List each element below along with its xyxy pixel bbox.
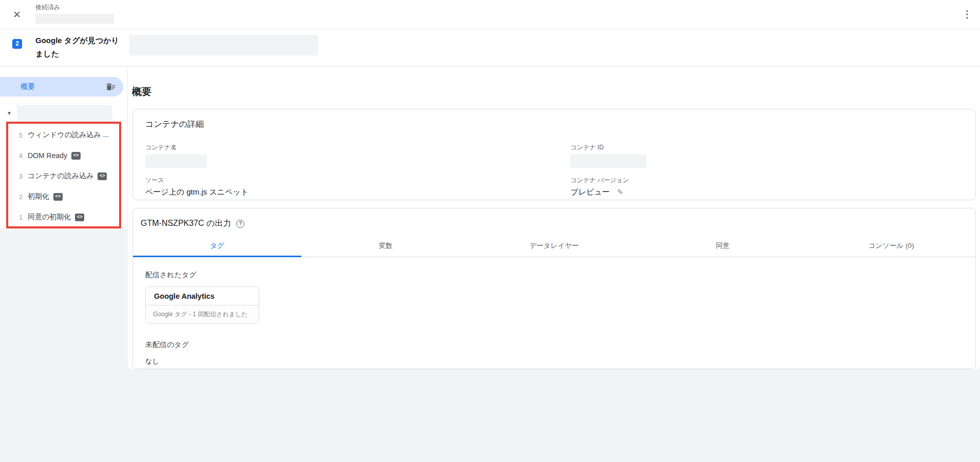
tab-variables[interactable]: 変数 bbox=[301, 236, 470, 257]
tag-fired-detail: Google タグ - 1 回配信されました bbox=[146, 305, 259, 323]
container-version-value: プレビュー bbox=[570, 187, 609, 196]
tag-assistant-window: ✕ 接続済み ⋮ 2 Google タグが見つかりました 概要 ▼ 5 bbox=[0, 0, 980, 462]
event-label: 同意の初期化 bbox=[28, 213, 71, 222]
event-number: 2 bbox=[14, 193, 23, 201]
step-badge: 2 bbox=[12, 39, 22, 49]
field-container-name: コンテナ名 bbox=[145, 143, 570, 168]
main-panel: 概要 コンテナの詳細 コンテナ名 コンテナ ID ソース ページ上の gtm.j… bbox=[128, 67, 980, 369]
event-number: 4 bbox=[14, 152, 23, 160]
output-header: GTM-NSZPK37C の出力 ? bbox=[133, 208, 975, 229]
field-label: コンテナ名 bbox=[145, 143, 570, 152]
code-icon: <> bbox=[53, 193, 63, 201]
top-bar: ✕ 接続済み ⋮ bbox=[0, 0, 980, 29]
notification-bar: 2 Google タグが見つかりました bbox=[0, 29, 980, 66]
field-label: ソース bbox=[145, 176, 570, 185]
event-label: ウィンドウの読み込み ... bbox=[28, 130, 109, 140]
event-row-window-loaded[interactable]: 5 ウィンドウの読み込み ... bbox=[8, 125, 119, 145]
not-fired-tags-value: なし bbox=[145, 357, 963, 366]
tab-console[interactable]: コンソール (0) bbox=[807, 236, 975, 257]
sidebar-item-summary[interactable]: 概要 bbox=[0, 77, 123, 97]
event-sidebar: 概要 ▼ 5 ウィンドウの読み込み ... 4 DOM Ready <> 3 bbox=[0, 67, 128, 228]
event-row-consent-initialization[interactable]: 1 同意の初期化 <> bbox=[8, 207, 119, 227]
not-fired-tags-heading: 未配信のタグ bbox=[145, 340, 963, 350]
help-icon[interactable]: ? bbox=[236, 220, 244, 228]
tab-data-layer[interactable]: データレイヤー bbox=[470, 236, 638, 257]
host-group-row: ▼ bbox=[0, 104, 128, 122]
summary-label: 概要 bbox=[21, 82, 35, 91]
event-number: 3 bbox=[14, 172, 23, 180]
field-container-version: コンテナ バージョン プレビュー ✎ bbox=[570, 176, 963, 197]
close-icon[interactable]: ✕ bbox=[10, 8, 24, 22]
container-output-card: GTM-NSZPK37C の出力 ? タグ 変数 データレイヤー 同意 コンソー… bbox=[132, 208, 976, 369]
code-icon: <> bbox=[98, 172, 107, 180]
tab-tags[interactable]: タグ bbox=[133, 236, 301, 257]
container-details-fields: コンテナ名 コンテナ ID ソース ページ上の gtm.js スニペット コンテ… bbox=[145, 143, 963, 197]
chevron-down-icon[interactable]: ▼ bbox=[7, 110, 12, 116]
delete-events-icon[interactable] bbox=[105, 81, 117, 93]
event-label: DOM Ready bbox=[28, 151, 67, 160]
highlight-box: 5 ウィンドウの読み込み ... 4 DOM Ready <> 3 コンテナの読… bbox=[6, 122, 121, 228]
output-tabs: タグ 変数 データレイヤー 同意 コンソール (0) bbox=[133, 236, 975, 257]
connection-status-label: 接続済み bbox=[35, 3, 114, 12]
field-container-id: コンテナ ID bbox=[570, 143, 963, 168]
more-options-icon[interactable]: ⋮ bbox=[960, 7, 974, 22]
event-label: コンテナの読み込み bbox=[28, 171, 93, 181]
tab-consent[interactable]: 同意 bbox=[639, 236, 807, 257]
event-row-dom-ready[interactable]: 4 DOM Ready <> bbox=[8, 145, 119, 166]
page-title: 概要 bbox=[132, 85, 151, 99]
field-source: ソース ページ上の gtm.js スニペット bbox=[145, 176, 570, 197]
event-number: 1 bbox=[14, 214, 23, 221]
event-label: 初期化 bbox=[28, 192, 49, 201]
field-label: コンテナ ID bbox=[570, 143, 963, 152]
edit-icon[interactable]: ✎ bbox=[617, 188, 623, 196]
connected-domain-redacted[interactable] bbox=[35, 14, 114, 24]
fired-tags-heading: 配信されたタグ bbox=[145, 271, 963, 280]
hostname-redacted[interactable] bbox=[17, 105, 112, 121]
event-row-container-loaded[interactable]: 3 コンテナの読み込み <> bbox=[8, 166, 119, 186]
output-title: GTM-NSZPK37C の出力 bbox=[141, 218, 231, 229]
tag-name: Google Analytics bbox=[146, 287, 259, 305]
code-icon: <> bbox=[75, 214, 84, 221]
container-details-card: コンテナの詳細 コンテナ名 コンテナ ID ソース ページ上の gtm.js ス… bbox=[132, 109, 976, 200]
event-row-initialization[interactable]: 2 初期化 <> bbox=[8, 186, 119, 207]
tag-card-google-analytics[interactable]: Google Analytics Google タグ - 1 回配信されました bbox=[145, 286, 259, 324]
notification-detail-redacted bbox=[129, 35, 318, 55]
container-name-redacted bbox=[145, 155, 207, 168]
connection-block: 接続済み bbox=[35, 3, 114, 24]
event-number: 5 bbox=[14, 131, 23, 139]
code-icon: <> bbox=[71, 152, 81, 160]
container-id-redacted bbox=[570, 155, 646, 168]
field-label: コンテナ バージョン bbox=[570, 176, 963, 185]
container-details-title: コンテナの詳細 bbox=[145, 119, 963, 130]
output-body: 配信されたタグ Google Analytics Google タグ - 1 回… bbox=[133, 257, 975, 366]
source-value: ページ上の gtm.js スニペット bbox=[145, 187, 248, 196]
notification-message: Google タグが見つかりました bbox=[35, 34, 124, 61]
